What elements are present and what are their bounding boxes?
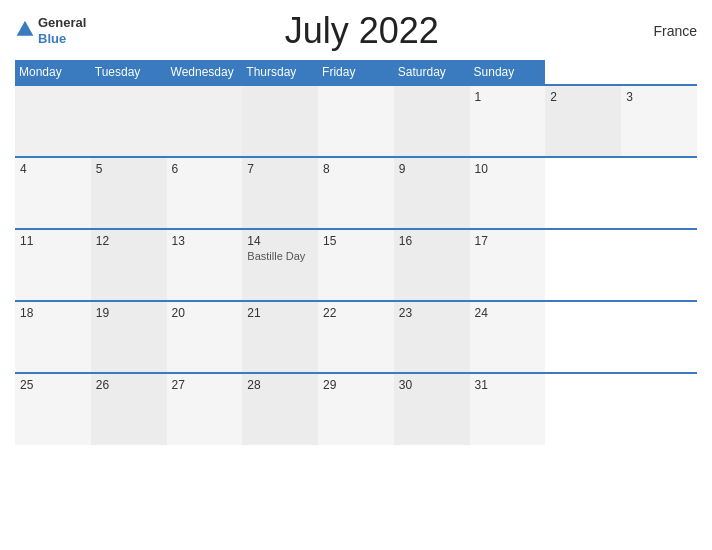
calendar-title: July 2022 — [86, 10, 637, 52]
day-number: 21 — [247, 306, 313, 320]
day-cell: 30 — [394, 373, 470, 445]
calendar-week-row: 123 — [15, 85, 697, 157]
day-number: 3 — [626, 90, 692, 104]
day-number: 9 — [399, 162, 465, 176]
day-number: 12 — [96, 234, 162, 248]
calendar-table: Monday Tuesday Wednesday Thursday Friday… — [15, 60, 697, 445]
svg-marker-0 — [17, 21, 34, 36]
day-number: 19 — [96, 306, 162, 320]
calendar-header: General Blue July 2022 France — [15, 10, 697, 52]
day-number: 16 — [399, 234, 465, 248]
day-cell — [394, 85, 470, 157]
day-number: 11 — [20, 234, 86, 248]
day-cell: 5 — [91, 157, 167, 229]
day-cell: 7 — [242, 157, 318, 229]
day-number: 20 — [172, 306, 238, 320]
day-cell: 24 — [470, 301, 546, 373]
day-number: 4 — [20, 162, 86, 176]
empty-day-cell — [91, 85, 167, 157]
col-sunday: Sunday — [470, 60, 546, 85]
day-cell: 17 — [470, 229, 546, 301]
logo-blue: Blue — [38, 31, 86, 46]
day-cell: 2 — [545, 85, 621, 157]
day-cell: 31 — [470, 373, 546, 445]
day-event: Bastille Day — [247, 250, 313, 262]
calendar-week-row: 45678910 — [15, 157, 697, 229]
day-number: 27 — [172, 378, 238, 392]
day-number: 14 — [247, 234, 313, 248]
day-cell: 11 — [15, 229, 91, 301]
day-cell — [242, 85, 318, 157]
day-number: 31 — [475, 378, 541, 392]
day-cell: 4 — [15, 157, 91, 229]
day-cell: 14Bastille Day — [242, 229, 318, 301]
day-cell: 19 — [91, 301, 167, 373]
day-number: 25 — [20, 378, 86, 392]
day-cell: 26 — [91, 373, 167, 445]
day-cell: 13 — [167, 229, 243, 301]
day-number: 23 — [399, 306, 465, 320]
day-number: 5 — [96, 162, 162, 176]
col-monday: Monday — [15, 60, 91, 85]
day-cell: 8 — [318, 157, 394, 229]
day-cell: 16 — [394, 229, 470, 301]
col-tuesday: Tuesday — [91, 60, 167, 85]
day-number: 10 — [475, 162, 541, 176]
day-cell — [318, 85, 394, 157]
day-number: 8 — [323, 162, 389, 176]
day-cell: 29 — [318, 373, 394, 445]
day-cell: 21 — [242, 301, 318, 373]
logo-image — [15, 19, 35, 43]
day-cell: 12 — [91, 229, 167, 301]
day-number: 24 — [475, 306, 541, 320]
col-thursday: Thursday — [242, 60, 318, 85]
calendar-page: General Blue July 2022 France Monday Tue… — [0, 0, 712, 550]
day-number: 6 — [172, 162, 238, 176]
day-cell: 1 — [470, 85, 546, 157]
day-cell: 23 — [394, 301, 470, 373]
weekday-header-row: Monday Tuesday Wednesday Thursday Friday… — [15, 60, 697, 85]
day-cell: 9 — [394, 157, 470, 229]
day-number: 30 — [399, 378, 465, 392]
day-number: 13 — [172, 234, 238, 248]
day-cell: 27 — [167, 373, 243, 445]
calendar-body: 1234567891011121314Bastille Day151617181… — [15, 85, 697, 445]
day-number: 18 — [20, 306, 86, 320]
day-number: 7 — [247, 162, 313, 176]
day-cell: 28 — [242, 373, 318, 445]
logo-general: General — [38, 16, 86, 30]
day-cell: 18 — [15, 301, 91, 373]
day-number: 2 — [550, 90, 616, 104]
day-cell: 3 — [621, 85, 697, 157]
day-number: 26 — [96, 378, 162, 392]
logo: General Blue — [15, 16, 86, 45]
logo-text-block: General Blue — [38, 16, 86, 45]
empty-day-cell — [167, 85, 243, 157]
country-label: France — [637, 23, 697, 39]
day-cell: 22 — [318, 301, 394, 373]
day-cell: 25 — [15, 373, 91, 445]
calendar-week-row: 18192021222324 — [15, 301, 697, 373]
col-wednesday: Wednesday — [167, 60, 243, 85]
day-cell: 10 — [470, 157, 546, 229]
day-cell: 20 — [167, 301, 243, 373]
calendar-week-row: 25262728293031 — [15, 373, 697, 445]
day-number: 29 — [323, 378, 389, 392]
calendar-week-row: 11121314Bastille Day151617 — [15, 229, 697, 301]
day-cell: 6 — [167, 157, 243, 229]
col-friday: Friday — [318, 60, 394, 85]
empty-day-cell — [15, 85, 91, 157]
day-number: 28 — [247, 378, 313, 392]
day-number: 15 — [323, 234, 389, 248]
day-number: 17 — [475, 234, 541, 248]
col-saturday: Saturday — [394, 60, 470, 85]
day-number: 1 — [475, 90, 541, 104]
day-cell: 15 — [318, 229, 394, 301]
day-number: 22 — [323, 306, 389, 320]
